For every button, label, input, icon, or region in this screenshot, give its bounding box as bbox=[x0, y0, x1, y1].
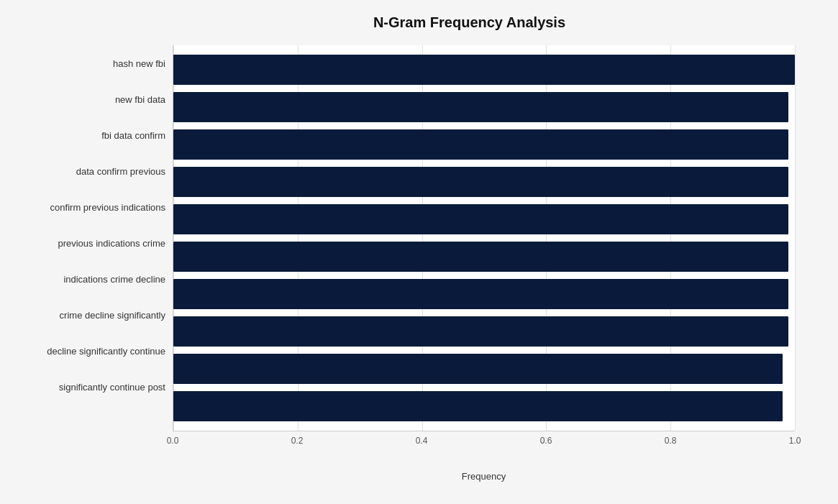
bar-row bbox=[173, 238, 795, 275]
y-label: new fbi data bbox=[14, 81, 173, 117]
bar-row bbox=[173, 126, 795, 163]
x-tick: 0.4 bbox=[416, 436, 428, 446]
bar bbox=[173, 391, 783, 421]
y-label: significantly continue post bbox=[14, 370, 173, 406]
x-tick: 0.6 bbox=[540, 436, 552, 446]
bar-row bbox=[173, 51, 795, 88]
bars-section bbox=[173, 45, 795, 431]
chart-title: N-Gram Frequency Analysis bbox=[14, 14, 795, 31]
y-label: fbi data confirm bbox=[14, 117, 173, 153]
x-axis-label: Frequency bbox=[462, 471, 506, 482]
x-axis-wrapper: 0.00.20.40.60.81.0 Frequency bbox=[173, 431, 795, 460]
bar bbox=[173, 129, 788, 160]
bar bbox=[173, 242, 788, 272]
bar-row bbox=[173, 275, 795, 313]
y-label: hash new fbi bbox=[14, 45, 173, 81]
bar bbox=[173, 279, 788, 309]
y-label: indications crime decline bbox=[14, 262, 173, 298]
plot-area: 0.00.20.40.60.81.0 Frequency bbox=[173, 45, 795, 434]
bar bbox=[173, 55, 795, 85]
x-tick: 0.2 bbox=[291, 436, 304, 446]
bar bbox=[173, 92, 788, 122]
y-label: previous indications crime bbox=[14, 225, 173, 261]
bar-row bbox=[173, 313, 795, 350]
x-axis: 0.00.20.40.60.81.0 bbox=[173, 431, 795, 460]
bar-row bbox=[173, 201, 795, 238]
bar bbox=[173, 316, 788, 347]
bar-row bbox=[173, 88, 795, 126]
x-tick: 1.0 bbox=[789, 436, 801, 446]
y-label: data confirm previous bbox=[14, 153, 173, 189]
bar-row bbox=[173, 350, 795, 388]
y-label: decline significantly continue bbox=[14, 334, 173, 370]
bar bbox=[173, 167, 788, 197]
x-tick: 0.8 bbox=[665, 436, 677, 446]
grid-line bbox=[795, 45, 796, 431]
y-labels: hash new fbinew fbi datafbi data confirm… bbox=[14, 45, 173, 434]
bar bbox=[173, 204, 788, 234]
chart-area: hash new fbinew fbi datafbi data confirm… bbox=[14, 45, 795, 434]
y-label: confirm previous indications bbox=[14, 189, 173, 225]
bar bbox=[173, 354, 783, 384]
x-tick: 0.0 bbox=[167, 436, 179, 446]
bar-row bbox=[173, 163, 795, 201]
y-label: crime decline significantly bbox=[14, 298, 173, 334]
chart-container: N-Gram Frequency Analysis hash new fbine… bbox=[0, 0, 838, 504]
bar-row bbox=[173, 388, 795, 425]
